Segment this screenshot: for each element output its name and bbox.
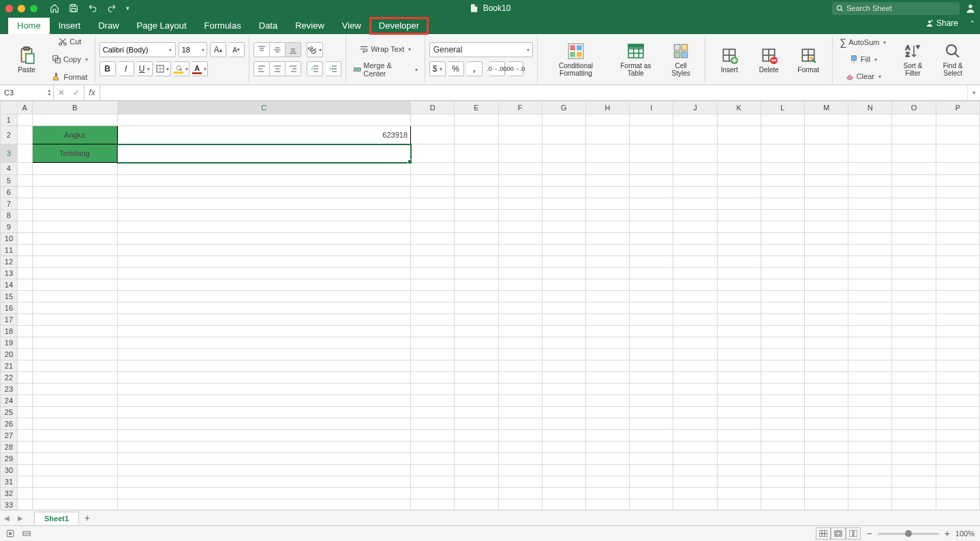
cell-F12[interactable] [498,256,542,267]
cell-D32[interactable] [411,487,455,499]
cell-C28[interactable] [117,441,410,452]
col-header-N[interactable]: N [848,102,892,114]
cell-C2[interactable]: 623918 [117,126,410,144]
col-header-H[interactable]: H [585,102,629,114]
cell-B22[interactable] [32,371,117,383]
cell-C15[interactable] [117,290,410,302]
row-header-29[interactable]: 29 [1,452,18,464]
cell-C20[interactable] [117,348,410,360]
cell-K11[interactable] [717,244,761,256]
cell-P20[interactable] [936,348,979,360]
cell-B13[interactable] [32,267,117,279]
cell-F28[interactable] [498,441,542,452]
cell-P10[interactable] [936,232,979,244]
cell-N24[interactable] [848,395,892,406]
cell-K12[interactable] [717,256,761,267]
cell-C8[interactable] [117,209,410,221]
cell-L1[interactable] [761,114,804,126]
delete-cells-button[interactable]: Delete [749,46,788,74]
cell-F21[interactable] [498,360,542,371]
cell-P11[interactable] [936,244,979,256]
cell-E3[interactable] [455,144,498,163]
cell-G31[interactable] [542,476,585,487]
cell-G3[interactable] [542,144,585,163]
cell-C24[interactable] [117,395,410,406]
cell-M23[interactable] [804,383,848,395]
cell-H8[interactable] [585,209,629,221]
cell-M19[interactable] [804,337,848,348]
cell-H1[interactable] [585,114,629,126]
cell-C1[interactable] [117,114,410,126]
cell-E18[interactable] [455,325,498,337]
cell-D18[interactable] [411,325,455,337]
cell-D1[interactable] [411,114,455,126]
cell-F10[interactable] [498,232,542,244]
cell-M14[interactable] [804,279,848,290]
row-header-30[interactable]: 30 [1,464,18,476]
cell-E22[interactable] [455,371,498,383]
cell-K20[interactable] [717,348,761,360]
cell-O2[interactable] [892,126,936,144]
cell-N22[interactable] [848,371,892,383]
name-box[interactable]: C3 ▲▼ [0,85,54,100]
row-header-1[interactable]: 1 [1,114,18,126]
cell-B4[interactable] [32,163,117,175]
cell-H16[interactable] [585,302,629,313]
cell-A19[interactable] [17,337,32,348]
cell-I4[interactable] [630,163,673,175]
align-center-button[interactable] [270,61,286,76]
cell-A22[interactable] [17,371,32,383]
cell-A11[interactable] [17,244,32,256]
cell-P33[interactable] [936,499,979,510]
cell-D12[interactable] [411,256,455,267]
col-header-J[interactable]: J [673,102,717,114]
cell-D28[interactable] [411,441,455,452]
cell-E32[interactable] [455,487,498,499]
cell-H3[interactable] [585,144,629,163]
cell-J22[interactable] [673,371,717,383]
cell-K32[interactable] [717,487,761,499]
cell-H10[interactable] [585,232,629,244]
cell-G29[interactable] [542,452,585,464]
cell-K9[interactable] [717,221,761,232]
cell-A27[interactable] [17,429,32,441]
cell-I13[interactable] [630,267,673,279]
cell-P24[interactable] [936,395,979,406]
cell-F15[interactable] [498,290,542,302]
cell-I2[interactable] [630,126,673,144]
cell-L30[interactable] [761,464,804,476]
cell-G8[interactable] [542,209,585,221]
cell-K22[interactable] [717,371,761,383]
cell-M22[interactable] [804,371,848,383]
cell-B21[interactable] [32,360,117,371]
cell-C21[interactable] [117,360,410,371]
underline-button[interactable]: U [137,61,153,76]
cell-B17[interactable] [32,313,117,325]
cell-L19[interactable] [761,337,804,348]
cell-L22[interactable] [761,371,804,383]
cell-A33[interactable] [17,499,32,510]
cell-A28[interactable] [17,441,32,452]
cell-I30[interactable] [630,464,673,476]
col-header-L[interactable]: L [761,102,804,114]
increase-indent-button[interactable] [326,61,341,76]
cell-M9[interactable] [804,221,848,232]
cell-K27[interactable] [717,429,761,441]
cell-F7[interactable] [498,198,542,209]
cell-F33[interactable] [498,499,542,510]
cell-O3[interactable] [892,144,936,163]
cell-P22[interactable] [936,371,979,383]
orientation-button[interactable]: ab [307,42,323,57]
cell-N27[interactable] [848,429,892,441]
cell-O15[interactable] [892,290,936,302]
cell-K17[interactable] [717,313,761,325]
cell-M10[interactable] [804,232,848,244]
cell-N28[interactable] [848,441,892,452]
cell-E9[interactable] [455,221,498,232]
cell-B1[interactable] [32,114,117,126]
cell-C11[interactable] [117,244,410,256]
cell-J1[interactable] [673,114,717,126]
cell-G27[interactable] [542,429,585,441]
cell-G4[interactable] [542,163,585,175]
cell-K14[interactable] [717,279,761,290]
